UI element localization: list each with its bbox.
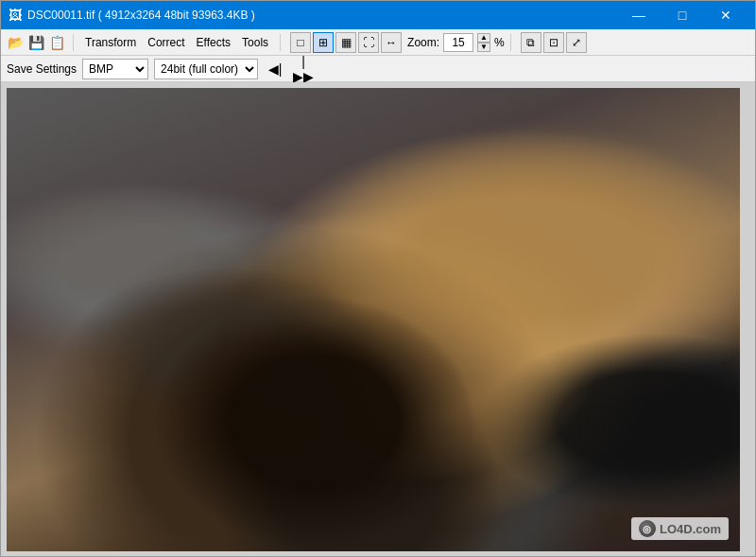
menu-divider-3: [510, 34, 511, 51]
zoom-section: Zoom: ▲ ▼ %: [407, 33, 505, 52]
view-extra-3-button[interactable]: ⤢: [566, 32, 587, 53]
window-title: DSC00011.tif ( 4912x3264 48bit 93963.4KB…: [27, 9, 255, 22]
view-single-button[interactable]: □: [290, 32, 311, 53]
title-bar: 🖼 DSC00011.tif ( 4912x3264 48bit 93963.4…: [1, 1, 755, 29]
view-grid-button[interactable]: ▦: [335, 32, 356, 53]
transform-menu[interactable]: Transform: [79, 32, 142, 53]
folder-icon: 📂: [8, 35, 24, 50]
file-icons: 📂 💾 📋: [5, 32, 67, 53]
tools-menu[interactable]: Tools: [236, 32, 274, 53]
view-extra-1-button[interactable]: ⧉: [521, 32, 541, 53]
main-window: 🖼 DSC00011.tif ( 4912x3264 48bit 93963.4…: [0, 0, 756, 557]
maximize-button[interactable]: □: [661, 1, 704, 29]
save-settings-label: Save Settings: [7, 62, 77, 76]
menu-divider-1: [73, 34, 74, 51]
view-compare-button[interactable]: ↔: [381, 32, 402, 53]
nav-next-button[interactable]: |▶▶: [292, 59, 315, 79]
nav-prev-button[interactable]: ◀|: [264, 59, 286, 79]
watermark-text: LO4D.com: [660, 522, 721, 536]
watermark: ◎ LO4D.com: [631, 517, 729, 540]
effects-menu[interactable]: Effects: [191, 32, 236, 53]
menu-divider-2: [280, 34, 281, 51]
image-canvas: ◎ LO4D.com: [7, 88, 740, 551]
title-bar-controls: — □ ✕: [617, 1, 747, 29]
save-file-button[interactable]: 💾: [26, 32, 46, 53]
next-icon: |▶▶: [293, 54, 314, 84]
format-select[interactable]: BMP JPEG PNG TIFF GIF: [82, 59, 148, 79]
zoom-input[interactable]: [443, 33, 473, 52]
zoom-up-button[interactable]: ▲: [477, 33, 490, 43]
extra-view-buttons: ⧉ ⊡ ⤢: [521, 32, 587, 53]
close-button[interactable]: ✕: [704, 1, 747, 29]
menu-items: Transform Correct Effects Tools: [79, 32, 274, 53]
logo-icon: ◎: [643, 524, 651, 534]
view-fullscreen-button[interactable]: ⛶: [358, 32, 379, 53]
view-fit-button[interactable]: ⊞: [313, 32, 334, 53]
cat-image-overlay: [7, 88, 740, 551]
view-mode-buttons: □ ⊞ ▦ ⛶ ↔: [290, 32, 402, 53]
view-extra-2-button[interactable]: ⊡: [543, 32, 564, 53]
zoom-percent: %: [494, 36, 505, 49]
minimize-button[interactable]: —: [617, 1, 661, 29]
watermark-logo: ◎: [639, 520, 656, 537]
image-area: ◎ LO4D.com: [1, 82, 755, 556]
copy-icon: 📋: [49, 35, 65, 50]
app-icon: 🖼: [9, 8, 22, 23]
prev-icon: ◀|: [268, 61, 283, 77]
floppy-icon: 💾: [28, 35, 44, 50]
correct-menu[interactable]: Correct: [142, 32, 190, 53]
title-bar-left: 🖼 DSC00011.tif ( 4912x3264 48bit 93963.4…: [9, 8, 255, 23]
open-file-button[interactable]: 📂: [5, 32, 26, 53]
zoom-spinner: ▲ ▼: [477, 33, 490, 52]
zoom-label: Zoom:: [407, 36, 439, 49]
copy-button[interactable]: 📋: [46, 32, 67, 53]
depth-select[interactable]: 24bit (full color) 8bit 16bit 32bit: [154, 59, 258, 79]
menu-bar: 📂 💾 📋 Transform Correct Effects Tools □ …: [1, 29, 755, 56]
save-toolbar: Save Settings BMP JPEG PNG TIFF GIF 24bi…: [1, 56, 755, 82]
zoom-down-button[interactable]: ▼: [477, 43, 490, 52]
